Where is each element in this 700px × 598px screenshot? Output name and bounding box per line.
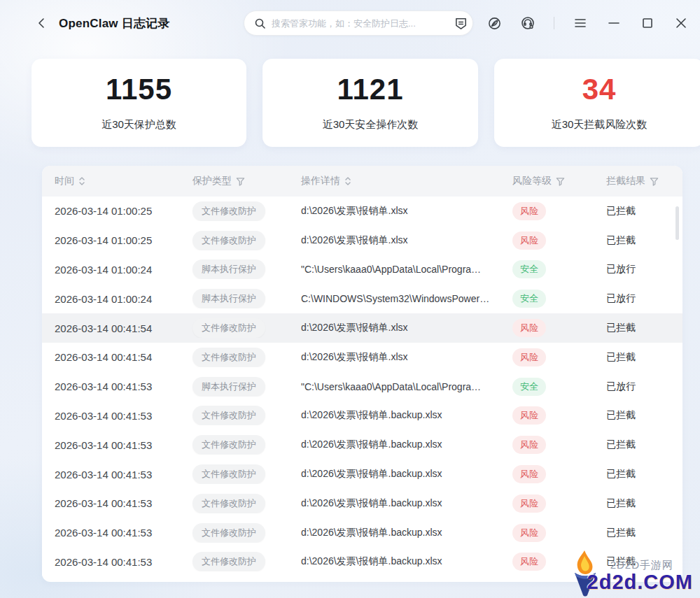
shield-card-icon[interactable] bbox=[453, 15, 468, 31]
protection-type-badge: 文件修改防护 bbox=[192, 318, 265, 338]
block-result: 已拦截 bbox=[588, 351, 682, 364]
table-header: 时间 保护类型 操作详情 风险等级 bbox=[42, 166, 682, 197]
log-time: 2026-03-14 00:41:53 bbox=[42, 527, 182, 539]
stat-card-safe-operations: 1121 近30天安全操作次数 bbox=[262, 59, 478, 147]
operation-detail: C:\WINDOWS\System32\WindowsPower… bbox=[290, 293, 500, 304]
stat-value: 1155 bbox=[106, 75, 172, 104]
risk-level-badge: 风险 bbox=[512, 232, 546, 250]
risk-level-badge: 风险 bbox=[512, 406, 546, 425]
operation-detail: d:\2026\发票\报销单.xlsx bbox=[290, 234, 500, 247]
protection-type-cell: 文件修改防护 bbox=[182, 201, 290, 221]
table-row[interactable]: 2026-03-14 00:41:53 脚本执行保护 "C:\Users\kaa… bbox=[42, 372, 682, 401]
table-row[interactable]: 2026-03-14 00:41:53 文件修改防护 d:\2026\发票\报销… bbox=[42, 460, 682, 489]
protection-type-cell: 脚本执行保护 bbox=[182, 259, 290, 279]
stat-card-total-protection: 1155 近30天保护总数 bbox=[31, 59, 246, 147]
table-body: 2026-03-14 01:00:25 文件修改防护 d:\2026\发票\报销… bbox=[42, 197, 682, 576]
block-result: 已拦截 bbox=[588, 322, 682, 334]
protection-type-badge: 文件修改防护 bbox=[192, 494, 265, 513]
log-time: 2026-03-14 00:41:53 bbox=[42, 439, 182, 451]
risk-level-cell: 风险 bbox=[500, 202, 588, 220]
risk-level-cell: 风险 bbox=[500, 494, 588, 513]
stat-card-blocked-risks: 34 近30天拦截风险次数 bbox=[494, 59, 700, 147]
risk-level-cell: 风险 bbox=[500, 232, 588, 250]
operation-detail: d:\2026\发票\报销单.backup.xlsx bbox=[290, 439, 500, 451]
block-result: 已拦截 bbox=[588, 409, 682, 422]
operation-detail: "C:\Users\kaaa0\AppData\Local\Progra… bbox=[290, 381, 500, 392]
risk-level-badge: 风险 bbox=[512, 553, 546, 571]
table-row[interactable]: 2026-03-14 00:41:53 文件修改防护 d:\2026\发票\报销… bbox=[42, 548, 682, 577]
customer-service-icon[interactable] bbox=[520, 15, 536, 31]
table-row[interactable]: 2026-03-14 00:41:53 文件修改防护 d:\2026\发票\报销… bbox=[42, 489, 682, 518]
table-row[interactable]: 2026-03-14 01:00:24 脚本执行保护 "C:\Users\kaa… bbox=[42, 255, 682, 285]
title-bar: OpenClaw 日志记录 bbox=[0, 0, 700, 46]
table-row[interactable]: 2026-03-14 00:41:53 文件修改防护 d:\2026\发票\报销… bbox=[42, 430, 682, 460]
sort-icon bbox=[78, 176, 85, 186]
stat-value: 1121 bbox=[337, 75, 403, 104]
protection-type-badge: 文件修改防护 bbox=[192, 406, 265, 425]
close-button[interactable] bbox=[673, 15, 689, 31]
protection-type-cell: 文件修改防护 bbox=[182, 435, 290, 455]
risk-level-cell: 安全 bbox=[500, 290, 588, 308]
log-time: 2026-03-14 00:41:53 bbox=[42, 497, 182, 509]
block-result: 已拦截 bbox=[588, 205, 682, 218]
block-result: 已拦截 bbox=[588, 439, 682, 451]
protection-type-badge: 文件修改防护 bbox=[192, 201, 265, 221]
risk-level-cell: 风险 bbox=[500, 406, 588, 425]
risk-level-badge: 风险 bbox=[512, 348, 546, 366]
maximize-button[interactable] bbox=[640, 15, 655, 31]
protection-type-badge: 脚本执行保护 bbox=[192, 377, 265, 397]
log-time: 2026-03-14 00:41:53 bbox=[42, 380, 182, 392]
search-bar[interactable] bbox=[244, 10, 473, 36]
table-row[interactable]: 2026-03-14 01:00:25 文件修改防护 d:\2026\发票\报销… bbox=[42, 226, 682, 255]
protection-type-badge: 脚本执行保护 bbox=[192, 289, 265, 308]
operation-detail: d:\2026\发票\报销单.xlsx bbox=[290, 351, 500, 364]
menu-icon[interactable] bbox=[573, 15, 588, 31]
operation-detail: "C:\Users\kaaa0\AppData\Local\Progra… bbox=[290, 264, 500, 275]
operation-detail: d:\2026\发票\报销单.backup.xlsx bbox=[290, 409, 500, 422]
log-time: 2026-03-14 00:41:53 bbox=[42, 556, 182, 568]
filter-icon bbox=[650, 177, 659, 186]
protection-type-badge: 文件修改防护 bbox=[192, 464, 265, 484]
stat-label: 近30天拦截风险次数 bbox=[552, 118, 648, 131]
column-header-type[interactable]: 保护类型 bbox=[182, 175, 290, 187]
protection-type-cell: 文件修改防护 bbox=[182, 231, 290, 250]
protection-type-cell: 文件修改防护 bbox=[182, 406, 290, 425]
risk-level-cell: 安全 bbox=[500, 378, 588, 396]
search-icon bbox=[254, 17, 266, 29]
operation-detail: d:\2026\发票\报销单.backup.xlsx bbox=[290, 555, 500, 568]
table-row[interactable]: 2026-03-14 00:41:53 文件修改防护 d:\2026\发票\报销… bbox=[42, 401, 682, 431]
stats-row: 1155 近30天保护总数 1121 近30天安全操作次数 34 近30天拦截风… bbox=[31, 59, 700, 147]
operation-detail: d:\2026\发票\报销单.backup.xlsx bbox=[290, 527, 500, 539]
table-row[interactable]: 2026-03-14 00:41:54 文件修改防护 d:\2026\发票\报销… bbox=[42, 313, 682, 343]
search-input[interactable] bbox=[272, 18, 463, 29]
theme-leaf-icon[interactable] bbox=[486, 15, 502, 31]
column-header-result[interactable]: 拦截结果 bbox=[588, 175, 682, 187]
stat-value: 34 bbox=[582, 75, 617, 104]
toolbar-divider bbox=[554, 17, 554, 29]
table-row[interactable]: 2026-03-14 00:41:54 文件修改防护 d:\2026\发票\报销… bbox=[42, 343, 682, 372]
back-button[interactable] bbox=[34, 15, 50, 31]
column-header-detail[interactable]: 操作详情 bbox=[290, 175, 500, 187]
log-time: 2026-03-14 00:41:54 bbox=[42, 322, 182, 334]
operation-detail: d:\2026\发票\报销单.xlsx bbox=[290, 322, 500, 334]
risk-level-badge: 风险 bbox=[512, 319, 546, 337]
table-row[interactable]: 2026-03-14 01:00:24 脚本执行保护 C:\WINDOWS\Sy… bbox=[42, 284, 682, 313]
protection-type-badge: 文件修改防护 bbox=[192, 552, 265, 571]
block-result: 已放行 bbox=[588, 380, 682, 393]
column-header-time[interactable]: 时间 bbox=[42, 175, 182, 187]
column-header-risk[interactable]: 风险等级 bbox=[500, 175, 588, 187]
log-table-panel: 时间 保护类型 操作详情 风险等级 bbox=[42, 166, 682, 582]
operation-detail: d:\2026\发票\报销单.backup.xlsx bbox=[290, 497, 500, 510]
sort-icon bbox=[344, 176, 351, 186]
table-row[interactable]: 2026-03-14 00:41:53 文件修改防护 d:\2026\发票\报销… bbox=[42, 518, 682, 548]
risk-level-badge: 风险 bbox=[512, 436, 546, 454]
scrollbar-thumb[interactable] bbox=[676, 206, 679, 240]
page-title: OpenClaw 日志记录 bbox=[59, 15, 169, 31]
block-result: 已拦截 bbox=[588, 468, 682, 480]
table-row[interactable]: 2026-03-14 01:00:25 文件修改防护 d:\2026\发票\报销… bbox=[42, 197, 682, 226]
log-time: 2026-03-14 01:00:25 bbox=[42, 205, 182, 217]
minimize-button[interactable] bbox=[606, 15, 622, 31]
block-result: 已放行 bbox=[588, 263, 682, 276]
risk-level-badge: 风险 bbox=[512, 524, 546, 542]
block-result: 已拦截 bbox=[588, 555, 682, 568]
